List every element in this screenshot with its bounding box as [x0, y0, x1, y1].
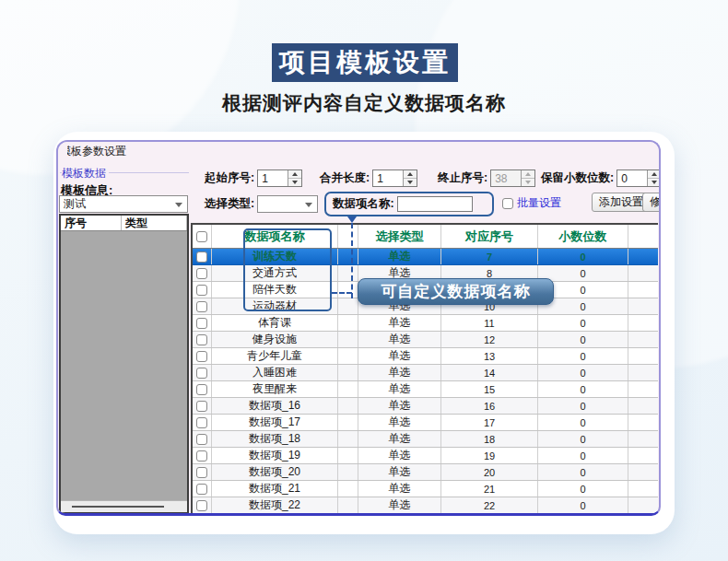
- row-name: 运动器材: [212, 298, 338, 314]
- row-partial-cell: [628, 348, 658, 364]
- spin-down-icon[interactable]: [404, 178, 417, 186]
- row-checkbox[interactable]: [196, 484, 207, 495]
- row-select-type: 单选: [358, 332, 441, 347]
- row-index: 17: [441, 415, 538, 430]
- table-row[interactable]: 数据项_22单选220: [193, 497, 658, 514]
- row-index: 22: [441, 497, 538, 513]
- row-checkbox[interactable]: [196, 368, 207, 379]
- row-checkbox-cell: [193, 298, 212, 314]
- batch-setting-option[interactable]: 批量设置: [502, 195, 561, 211]
- row-checkbox[interactable]: [196, 351, 207, 362]
- table-row[interactable]: 入睡困难单选140: [193, 365, 658, 381]
- list-header-index: 序号: [61, 216, 122, 230]
- batch-setting-checkbox[interactable]: [502, 198, 513, 209]
- select-type-group: 选择类型:: [205, 195, 318, 213]
- row-partial-cell: [628, 365, 658, 380]
- row-checkbox[interactable]: [196, 401, 207, 412]
- table-row[interactable]: 数据项_19单选190: [193, 448, 658, 464]
- row-decimals: 0: [538, 415, 628, 430]
- row-checkbox-cell: [193, 448, 212, 463]
- row-partial-cell: [628, 381, 658, 397]
- row-select-type: 单选: [358, 464, 441, 480]
- header-type[interactable]: 选择类型: [358, 225, 441, 248]
- row-checkbox-cell: [193, 497, 212, 513]
- row-checkbox-cell: [193, 431, 212, 447]
- table-row[interactable]: 青少年儿童单选130: [193, 348, 658, 365]
- row-spacer: [338, 464, 358, 480]
- select-all-checkbox[interactable]: [196, 231, 207, 242]
- select-type-dropdown[interactable]: [257, 195, 318, 213]
- table-row[interactable]: 数据项_18单选180: [193, 431, 658, 448]
- row-checkbox-cell: [193, 398, 212, 414]
- header-index[interactable]: 对应序号: [441, 225, 538, 248]
- row-select-type: 单选: [358, 431, 441, 447]
- item-name-label: 数据项名称:: [333, 196, 394, 212]
- table-row[interactable]: 体育课单选110: [193, 315, 658, 332]
- table-row[interactable]: 训练天数单选70: [193, 249, 658, 265]
- select-type-label: 选择类型:: [205, 196, 254, 212]
- row-partial-cell: [628, 464, 658, 480]
- row-checkbox-cell: [193, 514, 212, 516]
- header-decimals[interactable]: 小数位数: [538, 225, 628, 248]
- start-index-stepper[interactable]: 1: [257, 169, 302, 187]
- table-row[interactable]: 数据项_16单选160: [193, 398, 658, 415]
- horizontal-scrollbar[interactable]: [61, 500, 187, 512]
- table-row[interactable]: 数据项_20单选200: [193, 464, 658, 481]
- spin-down-icon[interactable]: [288, 178, 301, 186]
- header-name[interactable]: 数据项名称: [212, 225, 338, 248]
- dialog-title: 模板参数设置: [67, 142, 169, 160]
- row-checkbox[interactable]: [196, 417, 207, 428]
- item-name-input[interactable]: [397, 196, 473, 212]
- row-partial-cell: [628, 265, 658, 281]
- content-card: 模板参数设置 模板数据 模板信息: 测试 序号 类型: [53, 132, 675, 534]
- end-index-group: 终止序号: 38: [438, 169, 535, 187]
- spin-up-icon[interactable]: [648, 170, 661, 178]
- template-item-list[interactable]: 序号 类型: [59, 214, 189, 514]
- merge-length-stepper[interactable]: 1: [372, 169, 417, 187]
- header-spacer: [338, 225, 358, 248]
- row-checkbox[interactable]: [196, 450, 207, 462]
- callout-text: 可自定义数据项名称: [382, 281, 531, 302]
- row-checkbox[interactable]: [196, 384, 207, 395]
- spin-up-icon[interactable]: [288, 170, 301, 178]
- row-checkbox[interactable]: [196, 285, 207, 296]
- modify-setting-button[interactable]: 修改设置: [642, 193, 661, 212]
- row-name: 数据项_20: [212, 464, 338, 480]
- table-row[interactable]: 数据项_23单选230: [193, 514, 658, 516]
- template-select-value: 测试: [64, 196, 86, 212]
- page-background: 项目模板设置 根据测评内容自定义数据项名称 模板参数设置 模板数据 模板信息: …: [0, 0, 728, 561]
- row-select-type: 单选: [358, 381, 441, 397]
- decimal-places-value[interactable]: 0: [617, 170, 647, 186]
- table-row[interactable]: 数据项_21单选210: [193, 481, 658, 497]
- row-partial-cell: [628, 431, 658, 447]
- start-index-value[interactable]: 1: [258, 170, 288, 186]
- spin-down-icon[interactable]: [648, 178, 661, 186]
- row-checkbox-cell: [193, 365, 212, 380]
- row-checkbox[interactable]: [196, 301, 207, 312]
- row-select-type: 单选: [358, 514, 441, 516]
- scrollbar-thumb[interactable]: [72, 506, 164, 508]
- row-index: 15: [441, 381, 538, 397]
- spin-up-icon[interactable]: [404, 170, 417, 178]
- table-row[interactable]: 夜里醒来单选150: [193, 381, 658, 398]
- row-index: 13: [441, 348, 538, 364]
- row-decimals: 0: [538, 381, 628, 397]
- merge-length-value[interactable]: 1: [373, 170, 403, 186]
- row-index: 14: [441, 365, 538, 380]
- decimal-places-stepper[interactable]: 0: [616, 169, 661, 187]
- row-checkbox[interactable]: [196, 318, 207, 329]
- dialog-titlebar[interactable]: 模板参数设置: [58, 142, 659, 160]
- row-name: 数据项_22: [212, 497, 338, 513]
- row-checkbox[interactable]: [196, 500, 207, 511]
- table-row[interactable]: 数据项_17单选170: [193, 415, 658, 431]
- template-select[interactable]: 测试: [59, 195, 188, 213]
- table-row[interactable]: 健身设施单选120: [193, 332, 658, 348]
- row-checkbox[interactable]: [196, 334, 207, 345]
- callout-arrow-icon: [347, 216, 357, 223]
- row-spacer: [338, 265, 358, 281]
- row-checkbox[interactable]: [196, 434, 207, 445]
- row-checkbox[interactable]: [196, 268, 207, 279]
- row-checkbox[interactable]: [196, 251, 207, 263]
- row-checkbox[interactable]: [196, 467, 207, 478]
- start-index-label: 起始序号:: [205, 170, 254, 186]
